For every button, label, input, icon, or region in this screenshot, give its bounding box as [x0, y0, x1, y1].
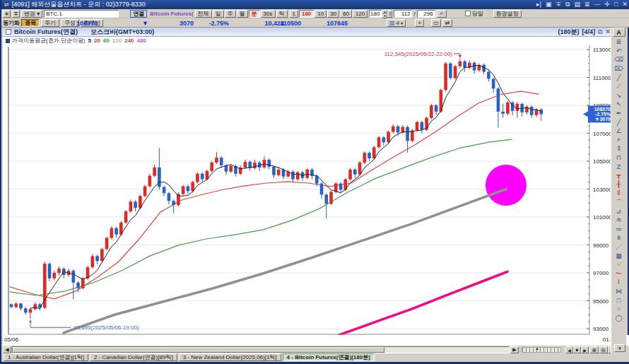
chart-tab-1[interactable]: 1 - Australian Dollar(연결)[1틱]: [4, 353, 88, 361]
page-button[interactable]: ▭: [431, 19, 441, 27]
regression-tool[interactable]: ⋈: [613, 287, 625, 296]
cross-red-tool[interactable]: ╂: [613, 180, 625, 189]
indicator-period-480[interactable]: 480: [137, 37, 146, 44]
cascade-icon[interactable]: ▤: [574, 1, 580, 8]
screens-icon[interactable]: ▣: [546, 1, 552, 8]
interval-button-10[interactable]: 10: [314, 10, 327, 18]
speed-slider-handle[interactable]: ▲: [535, 346, 539, 351]
ray-tool[interactable]: ╱: [613, 117, 625, 127]
period-button-30s[interactable]: 30s: [261, 10, 276, 18]
speed-lines-tool[interactable]: ⋰: [613, 242, 625, 252]
chart-tab-3[interactable]: 3 - New Zealand Dollar(2025,06)[1틱]: [179, 353, 281, 361]
candlestick-chart[interactable]: 112,345(2025/05/22-22:00)93,695(2025/05/…: [3, 44, 613, 335]
cycle-tool[interactable]: ⌇: [613, 278, 625, 287]
period-button-주[interactable]: 주: [225, 10, 236, 18]
period-button-월[interactable]: 월: [237, 10, 248, 18]
interval-button-180[interactable]: 180: [299, 10, 314, 18]
symbol-code-input[interactable]: BTC.1: [44, 10, 119, 18]
change-dropdown[interactable]: 변경 ▾: [21, 10, 42, 18]
minimize-icon[interactable]: —: [594, 1, 600, 8]
add-chart-button[interactable]: +: [415, 19, 424, 27]
indicator-period-240[interactable]: 240: [124, 37, 134, 44]
scrollbar-track[interactable]: [12, 346, 510, 353]
ellipse-tool[interactable]: ◯: [613, 313, 625, 322]
undo-tool[interactable]: ↶: [613, 47, 625, 56]
interval-spinner-value[interactable]: 180: [369, 10, 382, 18]
scroll-right-button[interactable]: ▶: [510, 346, 519, 353]
chart-plot-area[interactable]: 112,345(2025/05/22-22:00)93,695(2025/05/…: [3, 44, 613, 335]
tline-red-tool[interactable]: ┳: [613, 171, 625, 180]
eraser-tool[interactable]: ⌫: [613, 55, 625, 64]
fib-fan-tool[interactable]: ⋔: [613, 233, 625, 242]
ibeam-button[interactable]: I: [387, 10, 392, 18]
scroll-left-button[interactable]: ◀: [3, 346, 11, 353]
channel-tool[interactable]: ⊓: [613, 153, 625, 163]
scrollbar-thumb[interactable]: [13, 347, 384, 353]
chart-count-dropdown[interactable]: ▥4▾: [387, 19, 406, 27]
line-tool[interactable]: ╱: [613, 73, 625, 82]
wave-tool[interactable]: 〜: [613, 269, 625, 278]
spinner-down-icon[interactable]: ▼: [382, 14, 387, 18]
pin-icon[interactable]: ∓: [555, 1, 561, 8]
mode-button-종목[interactable]: 종목: [21, 19, 40, 27]
zline-tool[interactable]: Z: [613, 162, 625, 171]
settings-button[interactable]: 환경설정: [493, 10, 522, 18]
stop-button[interactable]: ■: [573, 346, 581, 353]
vline-tool[interactable]: ⇕: [613, 144, 625, 153]
close-chart-icon[interactable]: ✕: [605, 28, 611, 35]
zigzag-tool[interactable]: ⚡: [613, 136, 625, 145]
swap-button[interactable]: ⇄: [442, 19, 452, 27]
connect-button[interactable]: 연결: [130, 10, 147, 18]
resize-icon[interactable]: ✛: [604, 1, 610, 8]
list-tool[interactable]: ≣: [613, 37, 625, 47]
interval-button-120[interactable]: 120: [353, 10, 368, 18]
chart-title-checkbox[interactable]: [6, 29, 11, 35]
indicator-period-20[interactable]: 20: [94, 37, 100, 44]
zoom-in-button[interactable]: ⊕: [589, 346, 599, 353]
mode-button-주기[interactable]: 주기: [41, 19, 59, 27]
eraser-all-tool[interactable]: ⌦: [613, 64, 625, 74]
step-forward-button[interactable]: ▶: [581, 346, 589, 353]
period-button-일[interactable]: 일: [213, 10, 224, 18]
text-tool[interactable]: A: [613, 28, 625, 37]
close-icon[interactable]: ✕: [622, 1, 628, 8]
arrow-down-tool[interactable]: ↘: [613, 91, 625, 100]
gann-tool[interactable]: ≋: [613, 216, 625, 225]
today-toggle[interactable]: 당일: [465, 10, 483, 18]
pitchfork-tool[interactable]: ⑂: [613, 260, 625, 269]
segment-tool[interactable]: ⟋: [613, 82, 625, 91]
indicator-period-60[interactable]: 60: [103, 37, 110, 44]
circle-tool[interactable]: ○: [613, 305, 625, 314]
arc-tool[interactable]: ⌒: [613, 198, 625, 207]
symbol-pop-button[interactable]: ∓: [12, 10, 20, 18]
popup-chart-icon[interactable]: ⧉: [598, 28, 602, 36]
grid-tool[interactable]: ▦: [613, 251, 625, 260]
bar-search-button[interactable]: ⌕: [437, 10, 447, 18]
angle-tool[interactable]: ∠: [613, 127, 625, 136]
interval-button-30[interactable]: 30: [327, 10, 339, 18]
fib-retracement-tool[interactable]: ≔: [613, 224, 625, 233]
chart-count-caret-icon[interactable]: ▾: [401, 20, 403, 25]
parallel-red-tool[interactable]: Ⅱ: [613, 189, 625, 198]
sidebar-scroll-down-button[interactable]: ▾: [614, 344, 625, 352]
drawing-circle-annotation[interactable]: [486, 165, 527, 206]
symbol-prev-button[interactable]: ∗: [3, 10, 11, 18]
chart-tab-2[interactable]: 2 - Canadian Dollar(연결)[89틱]: [90, 353, 177, 361]
pen-tool[interactable]: ✒: [613, 109, 625, 118]
indicator-period-120[interactable]: 120: [112, 37, 122, 44]
interval-button-60[interactable]: 60: [340, 10, 352, 18]
menu-list-icon[interactable]: ≣: [584, 1, 590, 8]
dock-right-icon[interactable]: ▸|: [536, 1, 541, 8]
speed-slider[interactable]: ▲: [522, 347, 561, 353]
chart-tab-4[interactable]: 4 - Bitcoin Futures(연결)[180분]: [283, 353, 375, 361]
period-button-분[interactable]: 분: [249, 10, 260, 18]
indicator-period-5[interactable]: 5: [88, 37, 91, 44]
today-checkbox[interactable]: [465, 11, 471, 16]
step-back-button[interactable]: ◀: [565, 346, 573, 353]
arrow-up-tool[interactable]: ↖: [613, 100, 625, 109]
period-button-틱[interactable]: 틱: [276, 10, 288, 18]
zoom-out-button[interactable]: ⊖: [599, 346, 608, 353]
all-button[interactable]: 전체: [195, 10, 212, 18]
bar-total-input[interactable]: 296: [417, 10, 435, 18]
bar-current-input[interactable]: 112: [394, 10, 412, 18]
